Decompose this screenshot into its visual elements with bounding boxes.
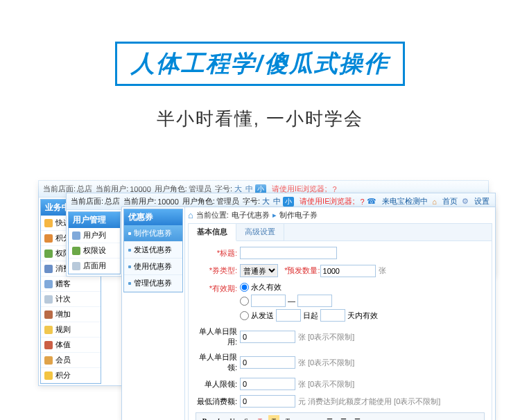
italic-button[interactable]: I xyxy=(213,415,224,420)
window-front: 优惠券 制作优惠券 发送优惠券 使用优惠券 管理优惠券 ⌂ 当前位置: 电子优惠… xyxy=(121,207,496,420)
mid-sidebar-title: 用户管理 xyxy=(69,212,120,228)
rich-text-toolbar: B I U S T T T ≡ ≡ ☰ ☰ ☰ xyxy=(196,412,485,420)
valid-permanent-radio[interactable]: 永久有效 xyxy=(240,282,378,292)
single-total-label: 单人单日限领: xyxy=(196,352,240,373)
title-label: *标题: xyxy=(196,248,240,259)
home-icon: ⌂ xyxy=(432,198,437,206)
phone-check-link[interactable]: 来电宝检测中 xyxy=(382,196,428,207)
valid-fromsend-radio[interactable]: 从发送日起天内有效 xyxy=(240,309,378,322)
valid-range-radio[interactable]: — xyxy=(240,295,378,307)
nav-manage-coupon[interactable]: 管理优惠券 xyxy=(124,275,182,292)
tab-basic[interactable]: 基本信息 xyxy=(189,224,236,241)
underline-button[interactable]: U xyxy=(227,415,238,420)
single-day-input[interactable] xyxy=(240,331,295,343)
bold-button[interactable]: B xyxy=(199,415,210,420)
sidebar-item[interactable]: 店面用 xyxy=(69,259,120,274)
min-spend-label: 最低消费额: xyxy=(196,396,240,407)
fontsize-button[interactable]: T xyxy=(282,415,293,420)
bgcolor-button[interactable]: T xyxy=(268,415,279,420)
strike-button[interactable]: S xyxy=(241,415,252,420)
sidebar-item[interactable]: 用户列 xyxy=(69,228,120,243)
front-sidebar-title: 优惠券 xyxy=(124,209,182,225)
home-link[interactable]: 首页 xyxy=(442,196,458,207)
file-icon xyxy=(44,219,53,227)
rule-icon xyxy=(44,326,53,334)
fontcolor-button[interactable]: T xyxy=(254,415,266,420)
hero-subtitle: 半小时看懂, 一小时学会 xyxy=(0,107,520,131)
consume-icon xyxy=(44,265,53,273)
settings-link[interactable]: 设置 xyxy=(474,196,489,207)
nav-use-coupon[interactable]: 使用优惠券 xyxy=(124,259,182,275)
sidebar-item[interactable]: 计次 xyxy=(41,292,101,307)
phone-check-icon: ☎ xyxy=(367,197,376,206)
sidebar-item[interactable]: 增加 xyxy=(41,307,101,322)
ul-button[interactable]: ≡ xyxy=(310,415,321,420)
ol-button[interactable]: ≡ xyxy=(296,415,307,420)
points-icon xyxy=(44,234,53,243)
chevron-right-icon: ▸ xyxy=(272,211,277,220)
user-icon xyxy=(72,231,80,240)
type-select[interactable]: 普通券 xyxy=(240,264,278,277)
min-spend-input[interactable] xyxy=(240,395,295,408)
store-icon xyxy=(72,262,80,270)
value-icon xyxy=(44,341,53,349)
hero-title-text: 人体工程学/傻瓜式操作 xyxy=(131,50,388,76)
add-icon xyxy=(44,310,53,319)
align-center-button[interactable]: ☰ xyxy=(338,415,349,420)
hero-title: 人体工程学/傻瓜式操作 xyxy=(0,42,520,86)
sidebar-item[interactable]: 规则 xyxy=(41,322,101,338)
tab-advanced[interactable]: 高级设置 xyxy=(236,224,284,240)
valid-label: *有效期: xyxy=(196,282,240,294)
perm-icon xyxy=(72,247,80,255)
single-get-input[interactable] xyxy=(240,378,295,390)
permission-icon xyxy=(44,250,53,258)
single-day-label: 单人单日限用: xyxy=(196,326,240,347)
font-small-button[interactable]: 小 xyxy=(283,197,294,207)
breadcrumb: ⌂ 当前位置: 电子优惠券 ▸ 制作电子券 xyxy=(188,210,492,220)
member-icon xyxy=(44,356,53,365)
sidebar-item[interactable]: 积分 xyxy=(41,368,101,383)
browser-warning: 请使用IE浏览器; xyxy=(300,196,354,207)
gift-icon xyxy=(44,280,53,288)
nav-create-coupon[interactable]: 制作优惠券 xyxy=(124,225,182,242)
align-right-button[interactable]: ☰ xyxy=(352,415,363,420)
sidebar-item[interactable]: 体值 xyxy=(41,338,101,353)
sidebar-item[interactable]: 权限设 xyxy=(69,243,120,259)
sidebar-item[interactable]: 会员 xyxy=(41,353,101,368)
count-icon xyxy=(44,295,53,304)
type-label: *券类型: xyxy=(196,265,240,276)
title-input[interactable] xyxy=(240,247,337,259)
single-total-input[interactable] xyxy=(240,356,295,369)
gear-icon: ⚙ xyxy=(462,197,469,206)
single-get-label: 单人限领: xyxy=(196,379,240,390)
preset-input[interactable] xyxy=(320,265,376,277)
home-icon[interactable]: ⌂ xyxy=(188,210,193,220)
align-left-button[interactable]: ☰ xyxy=(324,415,335,420)
points2-icon xyxy=(44,371,53,380)
nav-send-coupon[interactable]: 发送优惠券 xyxy=(124,242,182,259)
sidebar-item[interactable]: 赠客 xyxy=(41,277,101,292)
